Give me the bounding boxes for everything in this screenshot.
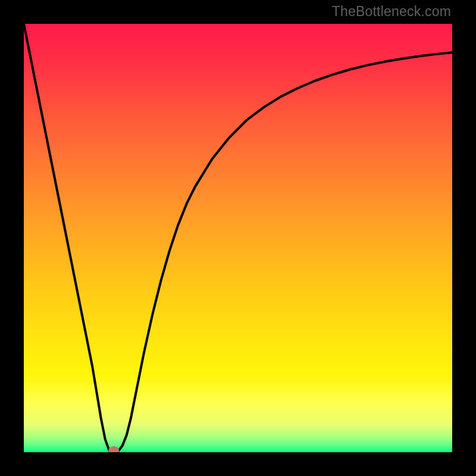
chart-frame: TheBottleneck.com [0, 0, 476, 476]
curve-canvas [24, 24, 452, 452]
watermark-text: TheBottleneck.com [332, 4, 451, 20]
plot-area [24, 24, 452, 452]
